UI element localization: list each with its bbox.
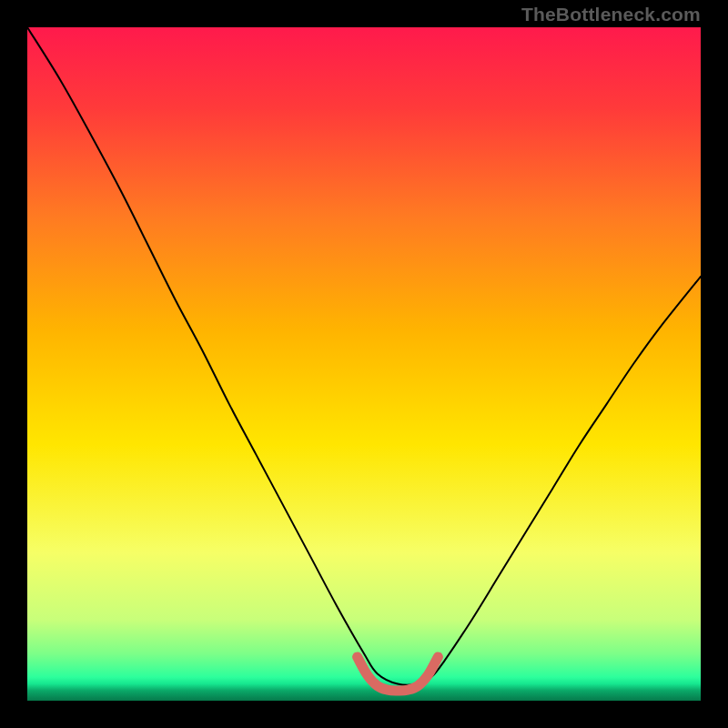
plot-area xyxy=(27,27,701,701)
bottleneck-curve xyxy=(27,27,701,685)
watermark-text: TheBottleneck.com xyxy=(521,4,701,25)
curve-layer xyxy=(27,27,701,701)
chart-frame: TheBottleneck.com xyxy=(0,0,728,728)
